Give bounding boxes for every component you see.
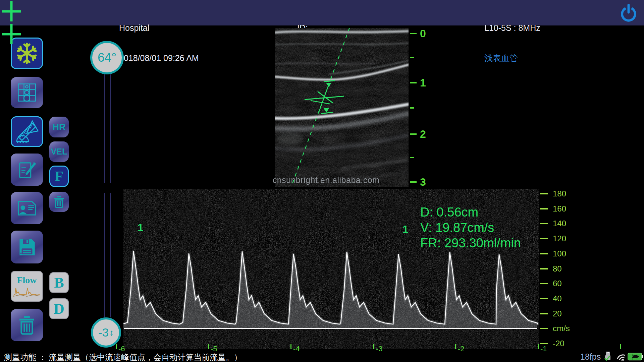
flow-button[interactable]: Flow: [11, 271, 43, 302]
hr-button[interactable]: HR: [49, 117, 69, 137]
delete-measure-button[interactable]: [49, 192, 69, 212]
time-tick: [208, 344, 209, 349]
vel-button[interactable]: VEL: [49, 141, 69, 162]
time-tick: [116, 344, 117, 349]
time-tick: [373, 344, 374, 349]
slider-track-lower[interactable]: [104, 193, 111, 317]
battery-status: [628, 352, 644, 362]
velocity-label: cm/s: [553, 324, 570, 333]
ruler-protractor-icon: [14, 119, 40, 144]
velocity-value: V: 19.87cm/s: [420, 220, 521, 235]
measure-button[interactable]: [11, 116, 43, 147]
d-mode-button[interactable]: D: [49, 298, 69, 319]
wifi-icon: [615, 352, 628, 362]
edit-document-icon: [15, 158, 38, 181]
spectrum-markers: 11: [0, 0, 23, 46]
spectrum-marker[interactable]: [0, 0, 23, 23]
ultrasound-app: Hospital 2018/08/01 09:26 AM ID: 姓名: L10…: [0, 0, 644, 362]
velocity-label: 100: [553, 249, 566, 258]
depth-label: 3: [420, 176, 426, 188]
framerate-indicator: 18fps: [580, 352, 601, 362]
bmode-image: [275, 28, 409, 187]
velocity-label: 140: [553, 219, 566, 228]
bmode-display[interactable]: [275, 28, 409, 187]
velocity-label: 180: [553, 189, 566, 198]
preset-label[interactable]: 浅表血管: [484, 53, 540, 63]
save-button[interactable]: [11, 231, 43, 263]
depth-minor-tick: [410, 157, 414, 158]
flow-waveform-icon: [13, 285, 41, 297]
velocity-label: 60: [553, 279, 562, 288]
depth-label: 0: [420, 27, 426, 40]
b-mode-button[interactable]: B: [49, 272, 69, 293]
patient-info-button[interactable]: [11, 192, 43, 224]
velocity-tick: [540, 238, 548, 239]
diameter-value: D: 0.56cm: [420, 204, 521, 220]
time-tick: [620, 344, 621, 349]
velocity-tick: [540, 283, 548, 284]
f-button[interactable]: F: [49, 166, 69, 187]
velocity-tick: [540, 253, 548, 254]
power-button[interactable]: [618, 3, 639, 25]
velocity-tick: [540, 208, 548, 209]
probe-label: L10-5S : 8MHz: [484, 23, 540, 33]
velocity-tick: [540, 268, 548, 269]
measurement-results: D: 0.56cm V: 19.87cm/s FR: 293.30ml/min: [420, 204, 521, 251]
velocity-tick: [540, 193, 548, 194]
cross-marker-icon: [0, 23, 23, 46]
top-bar: Hospital 2018/08/01 09:26 AM ID: 姓名: L10…: [0, 0, 644, 25]
datetime: 2018/08/01 09:26 AM: [119, 53, 199, 63]
usb-icon: [603, 351, 612, 361]
depth-label: 1: [420, 77, 426, 89]
velocity-tick: [540, 328, 548, 329]
flowrate-value: FR: 293.30ml/min: [420, 235, 521, 251]
usb-status: [603, 351, 612, 362]
velocity-label: 40: [553, 294, 562, 303]
trash-small-icon: [52, 195, 66, 209]
depth-minor-tick: [410, 57, 414, 58]
velocity-tick: [540, 223, 548, 224]
depth-major-tick: [410, 33, 417, 34]
hospital-name: Hospital: [119, 23, 199, 33]
probe-block: L10-5S : 8MHz 浅表血管: [484, 3, 540, 83]
velocity-label: 20: [553, 309, 562, 318]
cross-marker-icon: [0, 0, 23, 23]
watermark: cnsunbright.en.alibaba.com: [269, 175, 383, 185]
depth-major-tick: [410, 181, 417, 183]
wifi-status: [615, 352, 628, 362]
marker-number: 1: [402, 224, 408, 236]
velocity-tick: [540, 313, 548, 314]
status-hint: 测量功能 ： 流量测量（选中流速峰值点，会自动计算当前流量。）: [4, 352, 242, 362]
depth-label: 2: [420, 128, 426, 140]
flow-button-label: Flow: [17, 275, 37, 285]
time-tick: [455, 344, 456, 349]
power-icon: [618, 3, 639, 23]
trash-icon: [16, 314, 38, 336]
bodymark-button[interactable]: [11, 77, 43, 108]
battery-icon: [628, 352, 644, 361]
velocity-tick: [540, 298, 548, 299]
depth-major-tick: [410, 82, 417, 83]
time-tick: [290, 344, 291, 349]
bodymark-grid-icon: [16, 82, 38, 103]
baseline-knob-value: -3: [98, 326, 109, 339]
spectrum-marker[interactable]: [0, 23, 23, 46]
hospital-block: Hospital 2018/08/01 09:26 AM: [119, 3, 199, 83]
time-tick: [538, 344, 539, 349]
velocity-label: 160: [553, 204, 566, 214]
marker-number: 1: [138, 222, 143, 234]
baseline-knob[interactable]: -3↕: [91, 317, 121, 348]
annotate-button[interactable]: [11, 154, 43, 186]
slider-track-upper[interactable]: [104, 74, 111, 183]
angle-knob-value: 64°: [98, 51, 116, 65]
velocity-label: -20: [553, 339, 565, 348]
floppy-save-icon: [16, 236, 38, 258]
velocity-tick: [540, 343, 548, 344]
depth-major-tick: [410, 133, 417, 135]
depth-minor-tick: [410, 107, 414, 109]
delete-all-button[interactable]: [11, 309, 43, 341]
angle-knob[interactable]: 64°: [90, 41, 124, 74]
velocity-label: 120: [553, 234, 566, 243]
updown-arrows-icon: ↕: [109, 327, 114, 338]
velocity-label: 80: [553, 264, 562, 274]
